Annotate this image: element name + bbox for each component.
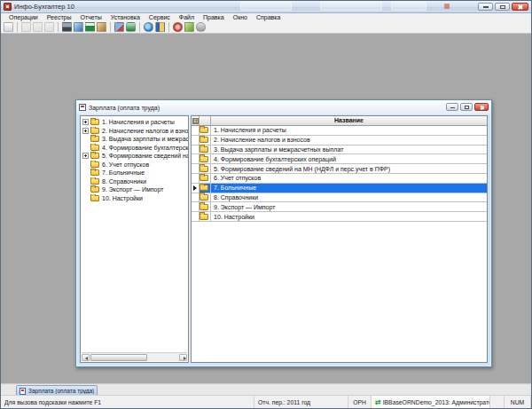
folder-icon [200,214,208,220]
tree-item[interactable]: 6. Учет отпусков [81,161,188,169]
folder-icon [90,136,99,142]
scroll-left-icon[interactable] [82,354,90,361]
folder-icon [90,178,99,185]
status-blank-panel [490,396,505,408]
background-window-ghost [240,2,292,11]
database-icon[interactable] [126,22,136,32]
chart-icon[interactable] [184,22,194,32]
table-row[interactable]: 9. Экспорт — Импорт [192,202,487,212]
current-row-icon [193,185,197,191]
toolbar-separator [17,22,18,32]
background-window-ghost [320,2,382,11]
report-icon[interactable] [114,22,124,32]
tree-item[interactable]: 10. Настройки [81,194,188,203]
folder-icon [200,166,208,172]
salary-window-title: Зарплата (оплата труда) [89,105,160,111]
child-close-button[interactable] [474,103,489,111]
new-window-icon[interactable] [4,22,13,32]
table-row[interactable]: 8. Справочники [192,193,487,203]
menu-operations[interactable]: Операции [4,14,43,20]
menu-edit[interactable]: Правка [199,14,229,20]
copy-icon[interactable] [21,22,31,32]
clock-icon[interactable] [173,22,183,32]
status-tax-mode[interactable]: ОРН [348,396,372,408]
scroll-thumb[interactable] [90,354,147,361]
paste-icon[interactable] [33,22,43,32]
table-row[interactable]: 10. Настройки [192,212,487,222]
table-row-selected[interactable]: 7. Больничные [192,184,487,193]
document-icon [79,104,86,111]
tree-item[interactable]: 5. Формирование сведений на МН (НДФ [81,152,188,161]
table-row[interactable]: 3. Выдача зарплаты и межрасчетных выплат [192,146,487,155]
settings-icon[interactable] [196,22,206,32]
tree-item[interactable]: 7. Больничные [81,169,188,177]
expand-icon[interactable] [82,153,89,159]
grid-icon [192,118,199,124]
cut-icon[interactable] [44,22,54,32]
print-icon[interactable] [62,22,72,32]
table-row[interactable]: 6. Учет отпусков [192,174,487,184]
close-button[interactable] [512,3,528,11]
globe-icon[interactable] [144,22,153,32]
tree-horizontal-scrollbar[interactable] [82,352,187,361]
folder-icon [90,153,99,159]
table-row[interactable]: 2. Начисление налогов и взносов [192,136,487,146]
menu-reports[interactable]: Отчеты [76,14,106,20]
child-maximize-button[interactable] [460,103,473,111]
expand-icon[interactable] [82,128,89,134]
tree-item[interactable]: 1. Начисления и расчеты [81,118,188,127]
scroll-right-icon[interactable] [179,354,187,361]
folder-icon [90,195,99,201]
journal-icon[interactable] [97,22,106,32]
menu-window[interactable]: Окно [229,14,252,20]
salary-window-body: 1. Начисления и расчеты 2. Начисление на… [80,115,488,363]
icon-column-header[interactable] [200,116,211,125]
folder-icon [90,145,99,151]
tree-item[interactable]: 3. Выдача зарплаты и межрасчетных вы [81,135,188,144]
salary-window-titlebar[interactable]: Зарплата (оплата труда) [76,100,491,114]
menu-bar: Операции Реестры Отчеты Установка Сервис… [1,13,531,21]
table-row[interactable]: 5. Формирование сведений на МН (НДФЛ и п… [192,164,487,174]
menu-file[interactable]: Файл [175,14,199,20]
toolbar-separator [58,22,59,32]
table-corner-cell[interactable] [192,116,200,125]
toolbar [1,21,531,34]
tree-item[interactable]: 9. Экспорт — Импорт [81,185,188,194]
tree-item[interactable]: 2. Начисление налогов и взносов [81,127,188,136]
table-row[interactable]: 4. Формирование бухгалтерских операций [192,154,487,164]
folder-icon [200,156,208,162]
status-help-text: Для вызова подсказки нажмите F1 [1,396,254,408]
toolbar-separator [110,22,111,32]
folder-icon [90,161,99,168]
folder-icon [90,119,99,125]
folder-icon [200,127,208,133]
app-window: Инфо-Бухгалтер 10 Операции Реестры Отчет… [0,0,532,409]
table-icon[interactable] [85,22,95,32]
tree-item[interactable]: 8. Справочники [81,177,188,186]
child-minimize-button[interactable] [446,103,458,111]
status-report-period[interactable]: Отч. пер.: 2011 год [254,396,348,408]
table-row[interactable]: 1. Начисления и расчеты [192,126,487,136]
menu-registers[interactable]: Реестры [43,14,76,20]
folder-icon [200,175,208,181]
folder-icon [200,194,208,201]
minimize-button[interactable] [478,3,493,11]
folder-icon [90,169,99,176]
preview-icon[interactable] [74,22,83,32]
book-icon[interactable] [155,22,165,32]
expand-icon[interactable] [82,119,89,125]
menu-service[interactable]: Сервис [145,14,175,20]
menu-setup[interactable]: Установка [106,14,145,20]
status-database[interactable]: ⇄ IBBaseORNDemo_2013: Администратор, дем… [372,396,490,408]
window-title: Инфо-Бухгалтер 10 [14,3,74,11]
tab-document-icon [20,388,26,395]
folder-icon [200,137,208,143]
tree-item[interactable]: 4. Формирование бухгалтерских операци [81,144,188,153]
app-icon [4,3,12,11]
salary-window: Зарплата (оплата труда) 1. Начисления и … [75,99,492,367]
name-column-header[interactable]: Название [211,116,487,125]
maximize-button[interactable] [495,3,510,11]
menu-help[interactable]: Справка [252,14,285,20]
folder-icon [200,185,208,191]
window-controls [478,3,528,11]
